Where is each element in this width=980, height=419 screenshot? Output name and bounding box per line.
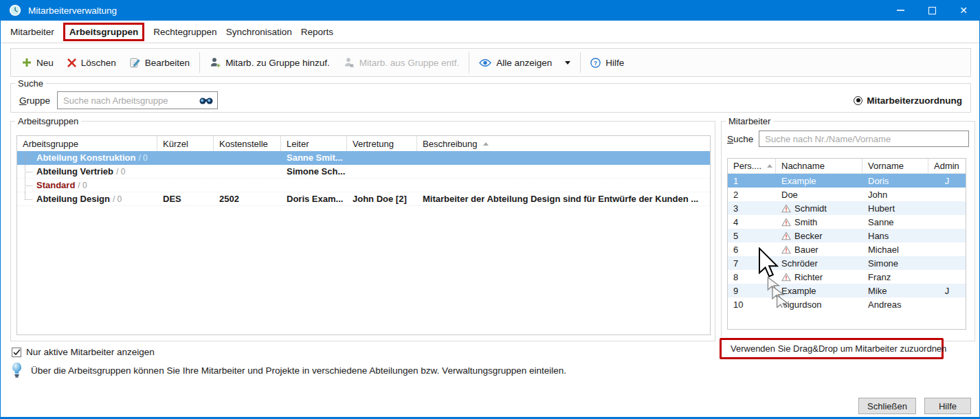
show-all-label: Alle anzeigen <box>496 58 552 68</box>
mitarbeiterzuordnung-radio[interactable]: Mitarbeiterzuordnung <box>854 95 962 106</box>
column-header-kuerzel[interactable]: Kürzel <box>157 136 214 151</box>
employee-search-label: Suche <box>727 134 753 144</box>
plus-icon <box>22 58 32 67</box>
workgroup-row[interactable]: Abteilung Design/ 0DES2502Doris Exam...J… <box>17 192 710 206</box>
chevron-down-icon[interactable] <box>565 61 570 65</box>
employee-row[interactable]: 5BeckerHans <box>728 229 966 242</box>
warning-icon <box>781 245 791 254</box>
employee-row[interactable]: 6BauerMichael <box>728 242 966 256</box>
workgroup-kostenstelle <box>214 151 281 164</box>
workgroup-count: / 0 <box>78 181 87 190</box>
edit-icon <box>130 58 140 68</box>
employee-nr: 9 <box>728 286 776 296</box>
tab-arbeitsgruppen[interactable]: Arbeitsgruppen <box>69 27 139 37</box>
new-button-label: Neu <box>36 58 54 68</box>
employee-row[interactable]: 4SmithSanne <box>728 215 966 229</box>
column-header-admin[interactable]: Admin <box>928 159 966 173</box>
column-header-leiter[interactable]: Leiter <box>281 136 347 151</box>
checkbox-icon[interactable] <box>12 348 21 357</box>
column-header-vertretung[interactable]: Vertretung <box>347 136 417 151</box>
close-dialog-button[interactable]: Schließen <box>858 398 916 414</box>
tab-rechtegruppen[interactable]: Rechtegruppen <box>153 27 216 37</box>
employee-row[interactable]: 1ExampleDorisJ <box>728 174 966 188</box>
workgroups-table-body: Abteilung Konstruktion/ 0Sanne Smit...Ab… <box>17 151 710 206</box>
tree-line <box>25 192 25 199</box>
employee-vorname: Franz <box>862 272 928 282</box>
search-groupbox: Suche Gruppe Mitarbeiterzuordnung <box>10 78 971 113</box>
group-search-label-rest: ruppe <box>27 95 51 106</box>
workgroups-groupbox: Arbeitsgruppen Arbeitsgruppe Kürzel Kost… <box>10 116 715 341</box>
employee-nr: 3 <box>728 203 776 214</box>
binoculars-icon <box>199 96 213 105</box>
workgroup-kuerzel <box>157 151 214 164</box>
column-header-nachname[interactable]: Nachname <box>776 159 862 173</box>
remove-from-group-button[interactable]: Mitarb. aus Gruppe entf. <box>337 52 467 73</box>
employee-row[interactable]: 9ExampleMikeJ <box>728 284 966 297</box>
employee-vorname: Simone <box>862 258 928 269</box>
new-button[interactable]: Neu <box>15 52 60 73</box>
warning-icon <box>781 273 791 282</box>
workgroup-name: Standard <box>36 180 75 190</box>
help-toolbar-button[interactable]: ? Hilfe <box>583 52 631 73</box>
employee-vorname: Hans <box>862 231 928 241</box>
workgroup-row[interactable]: Abteilung Vertrieb/ 0Simone Sch... <box>17 165 710 179</box>
column-header-persnr[interactable]: Pers.... <box>728 159 776 173</box>
employee-vorname: Hubert <box>862 203 928 214</box>
tab-reports[interactable]: Reports <box>301 27 333 37</box>
column-header-vorname[interactable]: Vorname <box>862 159 928 173</box>
employees-groupbox-legend: Mitarbeiter <box>726 116 773 126</box>
workgroup-kuerzel <box>157 165 214 178</box>
tab-bar: MitarbeiterArbeitsgruppenRechtegruppenSy… <box>1 21 979 43</box>
show-all-button[interactable]: Alle anzeigen <box>472 52 577 73</box>
employee-nr: 8 <box>728 272 776 282</box>
employee-row[interactable]: 2DoeJohn <box>728 188 966 201</box>
add-to-group-button[interactable]: Mitarb. zu Gruppe hinzuf. <box>203 52 337 73</box>
workgroup-count: / 0 <box>116 167 125 177</box>
edit-button[interactable]: Bearbeiten <box>123 52 197 73</box>
delete-button[interactable]: Löschen <box>60 52 123 73</box>
column-header-kostenstelle[interactable]: Kostenstelle <box>214 136 281 151</box>
employee-vorname: Mike <box>862 286 928 296</box>
workgroup-leiter <box>281 179 347 192</box>
warning-icon <box>781 231 791 240</box>
app-clock-icon <box>9 4 21 16</box>
employees-table: Pers.... Nachname Vorname Admin 1Example… <box>727 158 966 330</box>
help-dialog-button[interactable]: Hilfe <box>924 398 971 414</box>
eye-icon <box>479 58 491 67</box>
employee-row[interactable]: 8RichterFranz <box>728 270 966 284</box>
group-search-input[interactable] <box>57 91 218 109</box>
employee-nachname: Becker <box>776 231 862 241</box>
help-icon: ? <box>590 58 601 68</box>
employee-nr: 7 <box>728 258 776 269</box>
minimize-button[interactable] <box>884 0 916 21</box>
column-header-arbeitsgruppe[interactable]: Arbeitsgruppe <box>17 136 157 151</box>
employee-nr: 6 <box>728 245 776 255</box>
workgroup-count: / 0 <box>113 194 122 204</box>
annotation-box-active-tab: Arbeitsgruppen <box>63 23 145 41</box>
workgroup-leiter: Simone Sch... <box>281 165 347 178</box>
employee-row[interactable]: 3SchmidtHubert <box>728 201 966 215</box>
employee-nachname: Schröder <box>776 258 862 269</box>
warning-icon <box>781 204 791 213</box>
employee-nr: 5 <box>728 231 776 241</box>
workgroup-row[interactable]: Standard/ 0 <box>17 179 710 192</box>
employee-row[interactable]: 10SigurdsonAndreas <box>728 297 966 311</box>
active-only-checkbox-row[interactable]: Nur aktive Mitarbeiter anzeigen <box>12 347 155 357</box>
employees-table-body: 1ExampleDorisJ2DoeJohn3SchmidtHubert4Smi… <box>728 174 966 311</box>
employee-nr: 2 <box>728 190 776 200</box>
employees-table-header: Pers.... Nachname Vorname Admin <box>728 159 966 174</box>
column-header-beschreibung[interactable]: Beschreibung <box>417 136 710 151</box>
workgroup-row[interactable]: Abteilung Konstruktion/ 0Sanne Smit... <box>17 151 710 165</box>
help-toolbar-label: Hilfe <box>605 58 624 68</box>
tip-text: Über die Arbeitsgruppen können Sie Ihre … <box>31 365 566 376</box>
tree-line <box>25 172 32 172</box>
employee-row[interactable]: 7SchröderSimone <box>728 256 966 270</box>
employee-admin: J <box>928 286 966 296</box>
tab-mitarbeiter[interactable]: Mitarbeiter <box>10 27 54 37</box>
maximize-button[interactable] <box>916 0 948 21</box>
tab-synchronisation[interactable]: Synchronisation <box>226 27 292 37</box>
close-button[interactable]: ✕ <box>948 0 979 21</box>
employee-search-input[interactable] <box>759 131 969 147</box>
delete-button-label: Löschen <box>81 58 116 68</box>
svg-text:?: ? <box>594 59 597 66</box>
